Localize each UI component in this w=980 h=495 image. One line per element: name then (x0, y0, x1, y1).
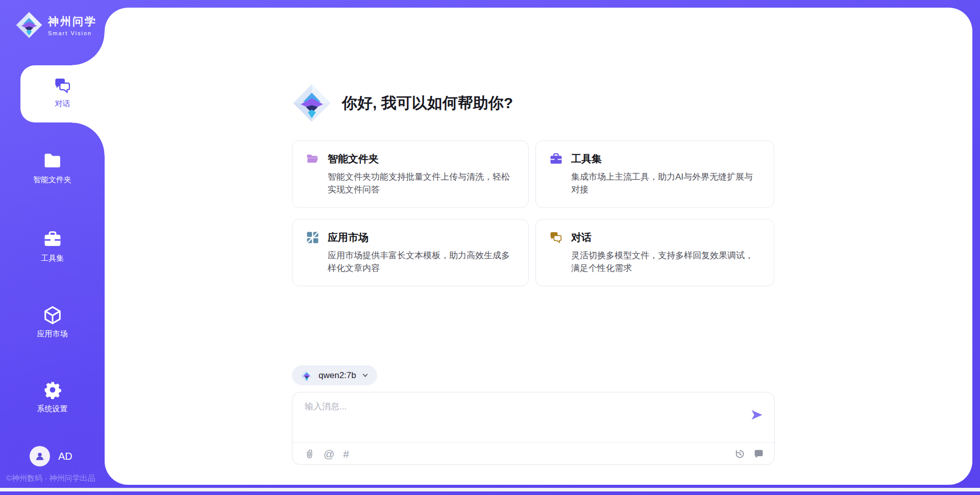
composer-tools-right (734, 442, 764, 465)
open-folder-icon (306, 152, 320, 166)
card-description: 应用市场提供丰富长文本模板，助力高效生成多样化文章内容 (328, 249, 515, 275)
comment-icon[interactable] (753, 449, 764, 459)
sidebar-item-smart-folder[interactable]: 智能文件夹 (0, 151, 105, 185)
user-account[interactable]: AD (30, 446, 72, 466)
greeting-text: 你好, 我可以如何帮助你? (342, 93, 513, 114)
card-chat[interactable]: 对话 灵活切换多模型文件，支持多样回复效果调试，满足个性化需求 (535, 219, 774, 286)
brand-name: 神州问学 (48, 14, 97, 29)
sidebar-item-label: 应用市场 (0, 329, 105, 339)
composer-tools-left: @ # (304, 442, 349, 465)
diamond-logo-icon (300, 369, 313, 382)
copyright-text: ©神州数码 · 神州问学出品 (6, 474, 95, 483)
card-title: 工具集 (571, 152, 602, 166)
cube-icon (43, 305, 62, 325)
tab-fillet-bottom (72, 122, 105, 155)
sidebar-item-app-market[interactable]: 应用市场 (0, 305, 105, 339)
diamond-logo-icon (15, 11, 43, 39)
message-composer: @ # (292, 392, 775, 465)
card-title: 应用市场 (328, 231, 369, 244)
hash-icon[interactable]: # (343, 449, 349, 459)
person-icon (34, 450, 46, 462)
card-app-market[interactable]: 应用市场 应用市场提供丰富长文本模板，助力高效生成多样化文章内容 (292, 219, 529, 286)
greeting: 你好, 我可以如何帮助你? (292, 83, 513, 123)
model-selector[interactable]: qwen2:7b (292, 365, 377, 385)
send-icon[interactable] (750, 408, 764, 422)
history-icon[interactable] (734, 449, 745, 459)
sidebar-item-settings[interactable]: 系统设置 (0, 380, 105, 414)
gear-icon (43, 380, 62, 400)
chat-icon (54, 77, 72, 95)
card-description: 智能文件夹功能支持批量文件上传与清洗，轻松实现文件问答 (328, 170, 515, 196)
card-description: 集成市场上主流工具，助力AI与外界无缝扩展与对接 (571, 170, 761, 196)
grid-icon (306, 231, 320, 244)
attachment-icon[interactable] (304, 449, 315, 460)
sidebar-item-label: 工具集 (0, 254, 105, 263)
card-toolset[interactable]: 工具集 集成市场上主流工具，助力AI与外界无缝扩展与对接 (535, 140, 774, 208)
user-initials: AD (58, 451, 72, 462)
composer-divider (292, 442, 774, 443)
briefcase-icon (549, 152, 563, 166)
sidebar-item-toolset[interactable]: 工具集 (0, 230, 105, 263)
model-name: qwen2:7b (318, 370, 356, 381)
mention-icon[interactable]: @ (324, 449, 334, 459)
horizontal-scrollbar[interactable] (0, 488, 980, 491)
chat-icon (549, 231, 563, 244)
briefcase-icon (43, 230, 62, 249)
avatar (30, 446, 50, 466)
diamond-logo-icon (292, 83, 332, 123)
card-description: 灵活切换多模型文件，支持多样回复效果调试，满足个性化需求 (571, 249, 761, 275)
folder-icon (43, 151, 62, 170)
chevron-down-icon (361, 372, 369, 379)
tab-fillet-top (72, 33, 105, 65)
sidebar-item-label: 系统设置 (0, 404, 105, 414)
sidebar-item-chat[interactable]: 对话 (20, 65, 105, 122)
card-smart-folder[interactable]: 智能文件夹 智能文件夹功能支持批量文件上传与清洗，轻松实现文件问答 (292, 140, 529, 208)
message-input[interactable] (305, 401, 723, 435)
app-root: 神州问学 Smart Vision 智能文件夹 工具集 (0, 0, 980, 495)
card-title: 智能文件夹 (328, 152, 379, 166)
card-title: 对话 (571, 231, 592, 244)
feature-cards: 智能文件夹 智能文件夹功能支持批量文件上传与清洗，轻松实现文件问答 工具集 集成… (292, 140, 775, 286)
main-panel: 你好, 我可以如何帮助你? 智能文件夹 智能文件夹功能支持批量文件上传与清洗，轻… (105, 8, 972, 485)
sidebar-item-label: 对话 (20, 99, 105, 109)
sidebar-item-label: 智能文件夹 (0, 175, 105, 185)
